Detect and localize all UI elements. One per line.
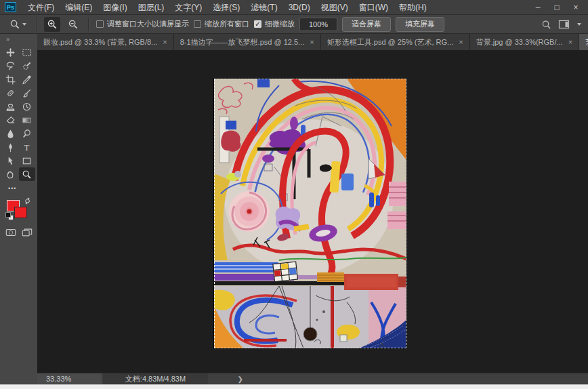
menu-edit[interactable]: 编辑(E) [60,0,98,15]
doc-info-text: 文档:4.83M/4.83M [125,374,186,384]
pen-tool[interactable] [3,140,19,154]
menu-bar: Ps 文件(F) 编辑(E) 图像(I) 图层(L) 文字(Y) 选择(S) 滤… [0,0,588,15]
lasso-tool[interactable] [3,59,19,73]
checkbox-icon [96,20,104,28]
collapse-panel-icon[interactable]: » [0,34,37,45]
tab-yanzhuang-psd[interactable]: 眼妆.psd @ 33.3% (背景, RGB/8... × [37,34,174,50]
tab-close-icon[interactable]: × [459,39,463,46]
window-bottom-edge [0,384,588,389]
menu-layer[interactable]: 图层(L) [133,0,170,15]
canvas-artwork[interactable] [214,79,406,348]
photoshop-window: Ps 文件(F) 编辑(E) 图像(I) 图层(L) 文字(Y) 选择(S) 滤… [0,0,588,389]
menu-help[interactable]: 帮助(H) [394,0,432,15]
quick-mask-mode-icon[interactable] [3,226,19,239]
tab-label: 艺术.jpg @ 33.3%(RGB/8*) [585,37,588,47]
options-bar: 调整窗口大小以满屏显示 缩放所有窗口 ✓ 细微缩放 100% 适合屏幕 填充屏幕 [0,15,588,34]
status-chevron-icon[interactable]: ❯ [238,373,243,384]
menu-type[interactable]: 文字(Y) [169,0,207,15]
status-doc-info: 文档:4.83M/4.83M ❯ [103,373,208,384]
checkbox-icon [194,20,201,28]
tab-label: 眼妆.psd @ 33.3% (背景, RGB/8... [43,37,157,47]
blur-tool[interactable] [3,127,19,140]
clone-stamp-tool[interactable] [3,100,19,113]
document-tab-bar: 眼妆.psd @ 33.3% (背景, RGB/8... × 8-1描边字——放… [37,34,588,50]
close-button[interactable]: × [566,0,585,15]
fill-screen-button[interactable]: 填充屏幕 [396,17,444,32]
tools-panel: » [0,34,37,384]
separator [88,18,89,31]
menu-filter[interactable]: 滤镜(T) [245,0,282,15]
tab-label: 矩形选框工具.psd @ 25% (艺术, RG... [327,37,454,47]
tab-yishu-jpg-active[interactable]: 艺术.jpg @ 33.3%(RGB/8*) × [579,34,588,50]
path-selection-tool[interactable] [3,154,19,167]
tab-label: 8-1描边字——放飞梦想.psd @ 12.5... [180,37,305,47]
tab-label: 背景.jpg @ 33.3%(RGB/... [476,37,563,47]
spot-healing-brush-tool[interactable] [3,86,19,100]
zoom-percentage-field[interactable]: 100% [299,18,337,31]
zoom-tool-selected[interactable] [19,167,35,181]
type-tool-glyph: T [24,143,30,152]
background-color-swatch[interactable] [14,207,27,218]
menu-select[interactable]: 选择(S) [207,0,245,15]
zoom-all-windows-checkbox[interactable]: 缩放所有窗口 [194,19,249,29]
tab-close-icon[interactable]: × [310,39,314,46]
menu-image[interactable]: 图像(I) [98,0,132,15]
zoom-tool-icon [9,19,20,30]
zoom-out-icon [68,19,79,30]
zoom-all-windows-label: 缩放所有窗口 [205,19,249,29]
canvas-pasteboard[interactable] [37,50,588,373]
zoom-in-icon [47,19,58,30]
quick-selection-tool[interactable] [19,59,35,73]
default-colors-icon[interactable] [5,212,13,220]
history-brush-tool[interactable] [19,100,35,113]
dodge-tool[interactable] [19,127,35,140]
search-icon[interactable] [541,20,551,30]
type-tool[interactable]: T [19,140,35,154]
chevron-down-icon[interactable] [577,23,581,26]
checkbox-checked-icon: ✓ [254,20,261,28]
artwork-image [214,79,406,348]
rectangle-shape-tool[interactable] [19,154,35,167]
toolbar-bottom-icons [0,226,37,239]
scrubby-zoom-checkbox[interactable]: ✓ 细微缩放 [254,19,295,29]
menu-window[interactable]: 窗口(W) [354,0,394,15]
edit-toolbar-ellipsis-icon[interactable]: ••• [0,181,37,193]
ps-logo-icon: Ps [5,2,16,12]
zoom-tool-preset[interactable] [7,18,29,31]
gradient-tool[interactable] [19,113,35,127]
screen-mode-icon[interactable] [19,226,35,239]
scrubby-zoom-label: 细微缩放 [265,19,295,29]
brush-tool[interactable] [19,86,35,100]
move-tool[interactable] [3,45,19,59]
status-zoom-field[interactable]: 33.33% [37,373,102,384]
eraser-tool[interactable] [3,113,19,127]
swap-colors-icon[interactable] [24,197,31,205]
tab-miaobianzi-psd[interactable]: 8-1描边字——放飞梦想.psd @ 12.5... × [174,34,321,50]
maximize-button[interactable]: □ [547,0,566,15]
workspace-switcher-icon[interactable] [558,20,570,29]
menu-file[interactable]: 文件(F) [22,0,60,15]
hand-tool[interactable] [3,167,19,181]
window-controls: – □ × [528,0,585,15]
zoom-out-button[interactable] [65,17,81,32]
fit-screen-button[interactable]: 适合屏幕 [342,17,391,32]
resize-windows-label: 调整窗口大小以满屏显示 [107,19,189,29]
tools-grid: T [0,45,37,181]
separator [36,18,37,31]
tab-juxingxuankuang-psd[interactable]: 矩形选框工具.psd @ 25% (艺术, RG... × [321,34,470,50]
tab-close-icon[interactable]: × [163,39,167,46]
tab-beijing-jpg[interactable]: 背景.jpg @ 33.3%(RGB/... × [470,34,579,50]
minimize-button[interactable]: – [528,0,547,15]
crop-tool[interactable] [3,73,19,86]
color-swatches [5,197,31,222]
status-bar: 33.33% 文档:4.83M/4.83M ❯ [37,373,588,384]
rectangular-marquee-tool[interactable] [19,45,35,59]
menu-view[interactable]: 视图(V) [316,0,354,15]
resize-windows-checkbox[interactable]: 调整窗口大小以满屏显示 [96,19,189,29]
options-bar-right [541,15,581,34]
tab-close-icon[interactable]: × [568,39,572,46]
zoom-in-button[interactable] [44,17,60,32]
chevron-down-icon [22,23,26,26]
menu-3d[interactable]: 3D(D) [283,0,316,15]
eyedropper-tool[interactable] [19,73,35,86]
